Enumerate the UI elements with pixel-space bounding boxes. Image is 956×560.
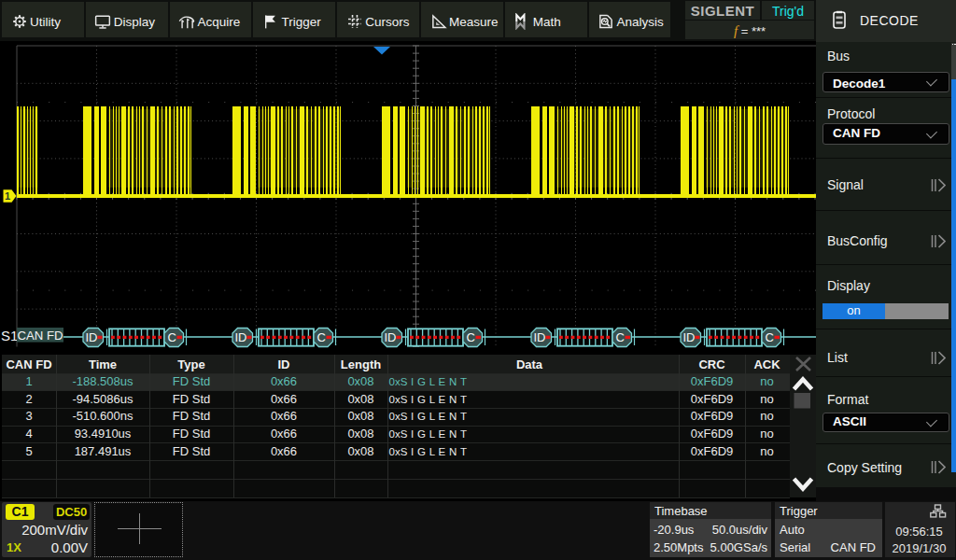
svg-text:CAN FD: CAN FD bbox=[17, 329, 63, 343]
svg-text:C: C bbox=[168, 330, 176, 344]
svg-text:C: C bbox=[467, 330, 475, 344]
svg-text:ID: ID bbox=[385, 330, 397, 344]
svg-text:S1: S1 bbox=[1, 328, 18, 343]
svg-text:1: 1 bbox=[5, 190, 10, 202]
svg-text:C: C bbox=[616, 330, 625, 344]
svg-text:ID: ID bbox=[86, 330, 98, 344]
svg-text:ID: ID bbox=[683, 330, 696, 344]
svg-text:C: C bbox=[766, 330, 774, 344]
svg-text:ID: ID bbox=[534, 330, 546, 344]
svg-text:C: C bbox=[317, 330, 326, 344]
svg-text:ID: ID bbox=[235, 330, 247, 344]
